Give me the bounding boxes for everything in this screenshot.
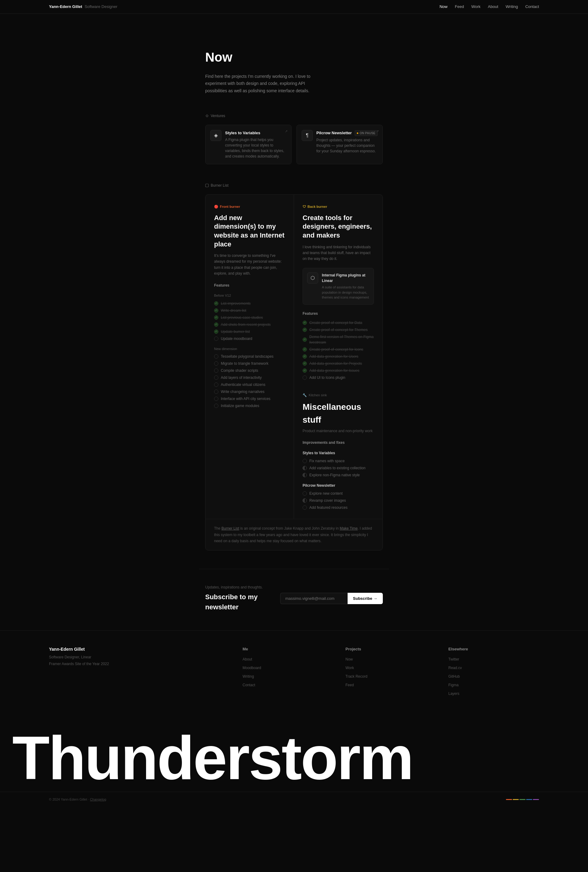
feed-link[interactable]: Feed [345,683,354,687]
big-word: Thunderstorm [0,724,588,792]
check-done-icon: ✓ [303,328,307,332]
burner-list-link[interactable]: Burner List [221,526,239,531]
nav-brand: Yann-Edern Gillet Software Designer [49,4,117,10]
burner-icon [205,183,209,187]
check-done-icon: ✓ [214,322,218,327]
contact-link[interactable]: Contact [243,683,255,687]
back-burner-desc: I love thinking and tinkering for indivi… [303,244,374,262]
venture-name: Styles to Variables [225,130,286,136]
writing-link[interactable]: Writing [243,674,254,679]
footer-brand-award: Framer Awards Site of the Year 2022 [49,661,230,667]
hero-section: Now Find here the projects I'm currently… [205,48,383,95]
footer-grid: Yann-Edern Gillet Software Designer, Lin… [49,646,539,697]
about-link[interactable]: About [243,657,252,662]
check-done-icon: ✓ [303,361,307,366]
color-bar [506,799,539,800]
nav-link-writing[interactable]: Writing [506,4,518,10]
twitter-link[interactable]: Twitter [448,657,459,662]
nav-link-work[interactable]: Work [471,4,480,10]
styles-vars-title: Styles to Variables [303,450,374,456]
back-burner-tag: 🛡 Back burner [303,204,327,209]
layers-link[interactable]: Layers [448,692,459,696]
main-content: Now Find here the projects I'm currently… [199,14,389,551]
pilcrow-icon: ¶ [302,130,313,141]
external-link-icon[interactable]: ↗ [285,129,288,134]
readcv-link[interactable]: Read.cv [448,666,462,670]
list-item: Track Record [345,673,436,680]
footer-me-links: About Moodboard Writing Contact [243,656,333,688]
internal-figma-card: ⬡ Internal Figma plugins at Linear A sui… [303,268,374,305]
hero-description: Find here the projects I'm currently wor… [205,73,322,95]
list-item: Explore new content [303,491,374,496]
burner-section: Burner List 🔴 Front burner Add new dimen… [205,183,383,550]
burner-inner: 🔴 Front burner Add new dimension(s) to m… [206,195,382,519]
burner-footer-text: The Burner List is an original concept f… [214,525,374,544]
work-link[interactable]: Work [345,666,354,670]
color-dot-2 [513,799,519,800]
nav-link-now[interactable]: Now [440,4,447,10]
check-done-icon: ✓ [214,329,218,334]
nav-link-about[interactable]: About [488,4,498,10]
pilcrow-title: Pilcrow Newsletter [303,483,374,488]
check-done-icon: ✓ [303,337,307,342]
venture-info-2: Pilcrow Newsletter ON PAUSE Project upda… [316,130,378,154]
list-item: Update moodboard [214,336,285,341]
changelog-link[interactable]: Changelog [90,798,106,801]
list-item: Add featured resources [303,505,374,510]
check-done-icon: ✓ [214,316,218,320]
figma-link[interactable]: Figma [448,683,459,687]
check-empty-icon [303,491,307,496]
improvements-title: Improvements and fixes [303,440,374,445]
list-item: Contact [243,682,333,688]
check-done-icon: ✓ [303,368,307,373]
check-half-icon [303,473,307,477]
newsletter-right: Subscribe → [280,593,383,604]
check-empty-icon [214,389,218,394]
newsletter-email-input[interactable] [280,593,348,604]
list-item: ✓ Add data generation for Users [303,354,374,359]
color-dot-3 [519,799,525,800]
check-empty-icon [214,361,218,366]
back-burner-col: 🛡 Back burner Create tools for designers… [294,195,382,519]
footer-elsewhere-col: Elsewhere Twitter Read.cv GitHub Figma L… [448,646,539,697]
now-link[interactable]: Now [345,657,353,662]
internal-desc: A suite of assistants for data populatio… [322,285,369,300]
footer-me-title: Me [243,646,333,652]
list-item: ✓ Demo first version of Themes on Figma … [303,334,374,345]
list-item: Compile shader scripts [214,368,285,373]
external-link-icon-2[interactable]: ↗ [376,129,379,134]
footer-bottom: © 2024 Yann-Edern Gillet · Changelog [0,792,588,807]
styles-icon: ◈ [210,130,221,141]
list-item: Writing [243,673,333,680]
list-item: Figma [448,682,539,688]
footer-elsewhere-links: Twitter Read.cv GitHub Figma Layers [448,656,539,697]
footer-brand-name: Yann-Edern Gillet [49,646,230,652]
list-item: Interface with API city services [214,396,285,401]
list-item: ✓ List improvements [214,301,285,306]
misc-section: 🔧 Kitchen sink Miscellaneous stuff Produ… [303,392,374,511]
footer: Yann-Edern Gillet Software Designer, Lin… [0,630,588,724]
color-dot-1 [506,799,512,800]
newsletter-title: Subscribe to my newsletter [205,592,268,612]
track-record-link[interactable]: Track Record [345,674,368,679]
newsletter-subscribe-button[interactable]: Subscribe → [348,593,383,604]
list-item: ✓ Create proof-of-concept for Themes [303,327,374,332]
linear-link[interactable]: Linear [81,655,91,659]
make-time-link[interactable]: Make Time [340,526,358,531]
check-done-icon: ✓ [303,320,307,325]
pilcrow-list: Explore new content Revamp cover images … [303,491,374,510]
nav-link-feed[interactable]: Feed [455,4,464,10]
list-item: Revamp cover images [303,498,374,503]
brand-name: Yann-Edern Gillet [49,4,82,10]
nav-link-contact[interactable]: Contact [525,4,539,10]
moodboard-link[interactable]: Moodboard [243,666,261,670]
check-empty-icon [214,382,218,387]
footer-elsewhere-title: Elsewhere [448,646,539,652]
list-item: ✓ Write dream list [214,308,285,313]
internal-name: Internal Figma plugins at Linear [322,272,369,284]
newsletter-section: Updates, inspirations and thoughts. Subs… [199,569,389,612]
venture-info: Styles to Variables A Figma plugin that … [225,130,286,159]
back-features-title: Features [303,311,374,316]
github-link[interactable]: GitHub [448,674,460,679]
venture-card-header-2: ¶ Pilcrow Newsletter ON PAUSE Project up… [302,130,378,154]
